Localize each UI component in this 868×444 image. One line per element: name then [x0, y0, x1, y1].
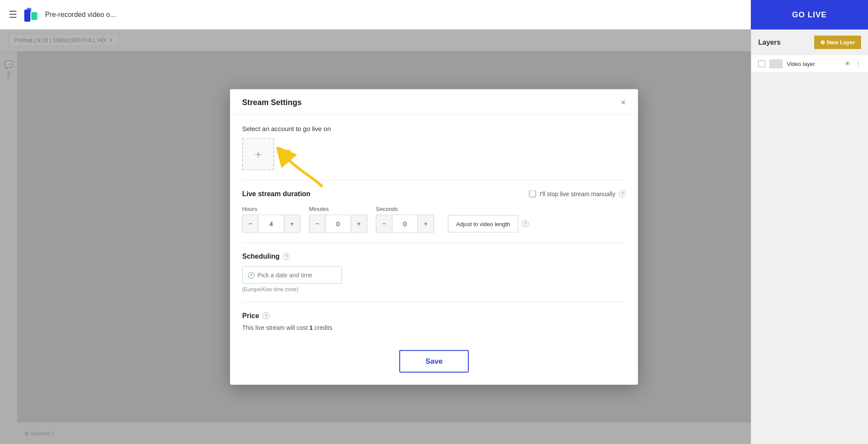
dialog-title: Stream Settings — [242, 98, 302, 107]
seconds-increment-button[interactable]: + — [418, 215, 434, 232]
layer-checkbox[interactable] — [758, 60, 765, 67]
date-input-wrapper: 🕐 — [242, 266, 342, 283]
minutes-group: Minutes − + — [309, 205, 367, 233]
seconds-input[interactable] — [392, 215, 418, 232]
layer-thumbnail — [769, 59, 783, 68]
scheduling-header: Scheduling ? — [242, 252, 626, 260]
more-icon[interactable]: ⋮ — [855, 60, 861, 67]
app-title: Pre-recorded video o... — [45, 11, 116, 19]
adjust-help-icon[interactable]: ? — [522, 220, 529, 227]
select-account-label: Select an account to go live on — [242, 125, 626, 132]
new-layer-button[interactable]: ⊕ New Layer — [814, 36, 861, 49]
duration-title: Live stream duration — [242, 190, 310, 197]
dialog-body: Select an account to go live on + Live s… — [230, 114, 638, 341]
app-logo — [23, 6, 40, 23]
hours-increment-button[interactable]: + — [284, 215, 300, 232]
hours-input[interactable] — [258, 215, 284, 232]
eye-icon[interactable]: 👁 — [845, 60, 851, 67]
price-text-post: credits — [313, 324, 332, 331]
stop-manually-help-icon[interactable]: ? — [619, 190, 626, 197]
price-description: This live stream will cost 1 credits — [242, 324, 626, 331]
stop-manually-checkbox[interactable] — [529, 190, 536, 197]
layers-title: Layers — [758, 39, 781, 46]
dialog-close-button[interactable]: × — [621, 98, 626, 107]
arrow-annotation — [276, 147, 332, 190]
stream-settings-dialog: Stream Settings × Select an account to g… — [230, 89, 638, 385]
svg-rect-1 — [31, 12, 37, 20]
section-divider-2 — [242, 242, 626, 243]
duration-header: Live stream duration I'll stop live stre… — [242, 190, 626, 197]
minutes-stepper: − + — [309, 214, 367, 233]
layer-item: Video layer 👁 ⋮ — [751, 55, 868, 73]
seconds-decrement-button[interactable]: − — [376, 215, 392, 232]
clock-icon: 🕐 — [247, 271, 255, 278]
adjust-to-video-length-button[interactable]: Adjust to video length — [448, 215, 518, 233]
sidebar-header: Layers ⊕ New Layer — [751, 30, 868, 55]
timezone-note: (Europe/Kiev time zone) — [242, 286, 626, 292]
go-live-button[interactable]: GO LIVE — [751, 0, 868, 30]
svg-marker-3 — [280, 149, 291, 159]
add-account-button[interactable]: + — [242, 138, 274, 170]
svg-rect-2 — [27, 8, 31, 12]
price-text-pre: This live stream will cost — [242, 324, 309, 331]
hours-label: Hours — [242, 205, 300, 212]
scheduling-title: Scheduling — [242, 252, 279, 260]
hours-group: Hours − + — [242, 205, 300, 233]
dialog-footer: Save — [230, 341, 638, 385]
stop-manually-label: I'll stop live stream manually — [539, 190, 615, 197]
price-amount: 1 — [309, 324, 313, 331]
top-bar-left: ☰ Pre-recorded video o... — [9, 6, 116, 23]
save-button[interactable]: Save — [399, 350, 469, 372]
price-header: Price ? — [242, 312, 626, 319]
price-title: Price — [242, 312, 259, 319]
minutes-decrement-button[interactable]: − — [309, 215, 325, 232]
section-divider-3 — [242, 302, 626, 302]
stop-manually-row: I'll stop live stream manually ? — [529, 190, 626, 197]
time-inputs-row: Hours − + Minutes − + Seconds — [242, 205, 626, 233]
dialog-header: Stream Settings × — [230, 89, 638, 114]
plus-icon: + — [255, 147, 262, 161]
minutes-input[interactable] — [325, 215, 351, 232]
layer-name: Video layer — [787, 61, 840, 67]
scheduling-help-icon[interactable]: ? — [283, 253, 290, 260]
hours-decrement-button[interactable]: − — [243, 215, 258, 232]
date-time-input[interactable] — [242, 266, 342, 283]
seconds-group: Seconds − + — [376, 205, 434, 233]
minutes-label: Minutes — [309, 205, 367, 212]
top-bar: ☰ Pre-recorded video o... 3809.7 credits… — [0, 0, 868, 30]
seconds-label: Seconds — [376, 205, 434, 212]
minutes-increment-button[interactable]: + — [351, 215, 367, 232]
section-divider-1 — [242, 180, 626, 180]
hours-stepper: − + — [242, 214, 300, 233]
right-sidebar: Layers ⊕ New Layer Video layer 👁 ⋮ — [751, 30, 868, 444]
seconds-stepper: − + — [376, 214, 434, 233]
hamburger-icon[interactable]: ☰ — [9, 9, 17, 20]
price-help-icon[interactable]: ? — [263, 312, 270, 319]
